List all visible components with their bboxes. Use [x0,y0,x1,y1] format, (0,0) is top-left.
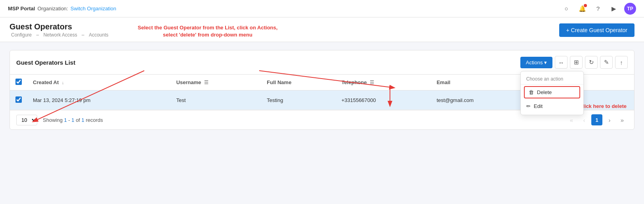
annotation-instruction: Select the Guest Operator from the List,… [136,24,279,38]
edit-columns-button[interactable]: ✎ [600,56,613,69]
row-email: test@gmail.com [431,90,531,110]
app-name: MSP Portal [8,6,35,12]
page-header: Guest Operators Configure – Network Acce… [0,17,644,42]
pencil-icon: ✏ [526,103,531,109]
last-page-button[interactable]: » [617,114,628,125]
org-label: Organization: [37,6,68,12]
breadcrumb-accounts[interactable]: Accounts [89,32,108,38]
grid-view-button[interactable]: ⊞ [570,56,583,69]
breadcrumb: Configure – Network Access – Accounts [10,32,110,38]
page-header-left: Guest Operators Configure – Network Acce… [10,22,110,38]
records-info: Showing 1 - 1 of 1 records [43,117,103,123]
notification-badge [584,4,587,7]
export-button[interactable]: ↑ [615,56,628,69]
page-1-button[interactable]: 1 [591,114,602,125]
main-content: Guest Operators List Actions ▾ Choose an… [0,42,644,138]
edit-label: Edit [534,103,543,109]
nav-left: MSP Portal Organization: Switch Organiza… [8,6,116,12]
header-telephone: Telephone ☰ [336,75,431,90]
breadcrumb-network-access[interactable]: Network Access [43,32,77,38]
first-page-button[interactable]: « [566,114,577,125]
user-avatar[interactable]: TP [624,3,636,15]
create-guest-operator-button[interactable]: + Create Guest Operator [559,23,634,37]
sort-arrow-created-at[interactable]: ↓ [62,80,64,85]
card-wrapper: Guest Operators List Actions ▾ Choose an… [10,50,634,130]
toolbar: Actions ▾ Choose an action 🗑 Delete ✏ Ed… [520,56,628,69]
top-nav: MSP Portal Organization: Switch Organiza… [0,0,644,17]
row-checkbox-cell [10,90,27,110]
row-created-at: Mar 13, 2024 5:27:19 pm [27,90,171,110]
row-username: Test [171,90,262,110]
header-full-name: Full Name [261,75,336,90]
settings-icon[interactable]: ▶ [608,3,619,14]
select-all-checkbox[interactable] [15,79,22,85]
delete-label: Delete [537,89,552,95]
row-full-name: Testing [261,90,336,110]
refresh-button[interactable]: ↻ [585,56,598,69]
filter-icon-telephone[interactable]: ☰ [370,80,374,85]
nav-right: ○ 🔔 ? ▶ TP [561,3,636,15]
switch-org-link[interactable]: Switch Organization [71,6,117,12]
dropdown-delete-item[interactable]: 🗑 Delete [524,86,580,98]
header-created-at: Created At ↓ [27,75,171,90]
pagination: « ‹ 1 › » [566,114,628,125]
page-title: Guest Operators [10,22,110,31]
annotation-click-here: Click here to delete [579,103,627,109]
header-checkbox-col [10,75,27,90]
actions-dropdown: Choose an action 🗑 Delete ✏ Edit [520,71,584,115]
guest-operators-card: Guest Operators List Actions ▾ Choose an… [10,50,634,130]
header-email: Email [431,75,531,90]
filter-icon-username[interactable]: ☰ [204,80,208,85]
dropdown-edit-item[interactable]: ✏ Edit [521,100,583,112]
notification-icon[interactable]: 🔔 [577,3,588,14]
trash-icon: 🗑 [529,89,534,95]
card-header: Guest Operators List Actions ▾ Choose an… [10,50,634,75]
prev-page-button[interactable]: ‹ [579,114,590,125]
card-title: Guest Operators List [16,59,75,66]
row-telephone: +33155667000 [336,90,431,110]
help-icon[interactable]: ? [592,3,604,14]
dropdown-header: Choose an action [521,74,583,85]
search-icon[interactable]: ○ [561,3,572,14]
expand-columns-button[interactable]: ↔ [555,56,568,69]
actions-button[interactable]: Actions ▾ [520,57,552,68]
breadcrumb-configure[interactable]: Configure [11,32,32,38]
row-checkbox[interactable] [15,96,22,103]
next-page-button[interactable]: › [604,114,615,125]
header-username: Username ☰ [171,75,262,90]
page-size-select[interactable]: 10 25 50 [16,115,37,125]
